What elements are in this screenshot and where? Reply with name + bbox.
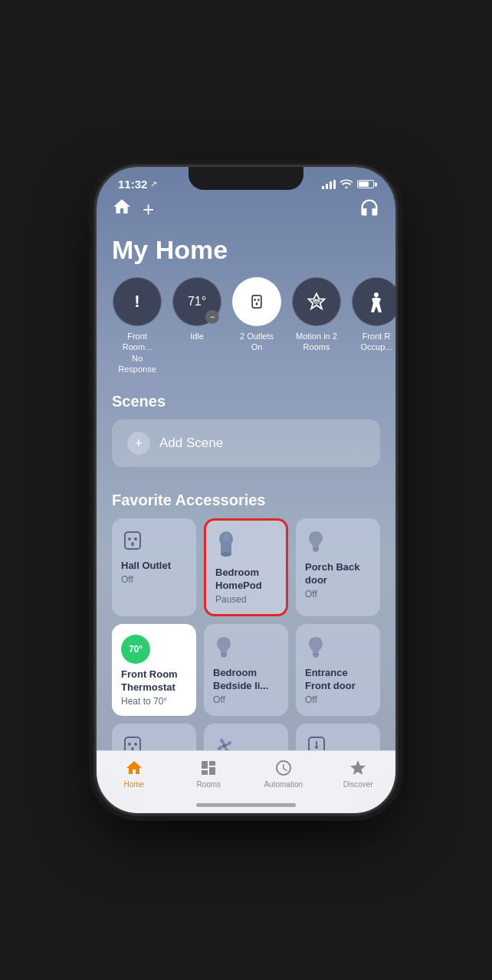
accessory-bedroom-bedside[interactable]: Bedroom Bedside li... Off [204,624,288,716]
signal-bars [322,180,336,189]
voice-icon[interactable] [359,197,380,223]
porch-backdoor-name: Porch Back door [305,561,371,587]
status-icons [322,178,374,191]
thermostat-status: Heat to 70° [121,696,187,707]
temp-badge: 70° [121,635,150,664]
tab-home-icon [125,759,143,777]
hall-outlet-name: Hall Outlet [121,560,187,573]
device-label-occupancy: Front ROccup... [361,331,392,353]
device-circle-no-response: ! [113,277,162,326]
tab-automation-icon [274,759,293,777]
device-item-occupancy[interactable]: Front ROccup... [351,277,395,374]
hall-outlet-status: Off [121,574,187,585]
bedside-name: Bedroom Bedside li... [213,667,279,693]
tab-home-label: Home [123,780,144,789]
add-scene-label: Add Scene [159,436,223,451]
svg-point-25 [222,743,227,748]
svg-point-13 [221,552,231,557]
device-item-no-response[interactable]: ! Front Room...No Response [112,277,162,374]
porch-bulb-icon [305,529,371,557]
home-indicator [196,803,296,807]
svg-rect-15 [313,548,319,550]
wifi-icon [340,178,353,191]
accessory-hall-outlet[interactable]: Hall Outlet Off [112,518,196,616]
device-item-outlets[interactable]: 2 OutletsOn [231,277,282,374]
svg-rect-16 [313,550,318,552]
device-label-thermostat: Idle [190,331,204,341]
svg-rect-10 [132,542,134,546]
device-item-motion[interactable]: Motion in 2Rooms [291,277,342,374]
tab-rooms[interactable]: Rooms [185,759,231,789]
location-icon: ↗ [150,179,157,189]
device-item-thermostat[interactable]: 71° − Idle [172,277,222,374]
signal-bar-2 [326,184,328,189]
tab-discover[interactable]: Discover [335,759,381,789]
entrance-frontdoor-status: Off [305,694,371,705]
tab-home[interactable]: Home [111,759,157,789]
homepod-icon [215,531,277,562]
tab-rooms-icon [199,759,218,777]
svg-point-2 [257,299,260,301]
svg-rect-7 [125,532,140,549]
accessory-front-thermostat[interactable]: 70° Front Room Thermostat Heat to 70° [112,624,196,716]
svg-rect-17 [221,654,227,656]
device-circle-motion [292,277,341,326]
device-circle-occupancy [352,277,395,326]
homepod-status: Paused [215,594,277,605]
exclamation-icon: ! [134,292,139,312]
notch [189,167,303,190]
screen: 11:32 ↗ [97,167,395,813]
scenes-title: Scenes [112,393,380,410]
device-circle-outlets [232,277,281,326]
svg-rect-20 [313,655,318,657]
status-time: 11:32 [118,178,147,191]
accessories-title: Favorite Accessories [112,492,380,509]
home-icon[interactable] [112,197,132,221]
entrance-bulb-icon [305,635,371,662]
entrance-frontdoor-name: Entrance Front door [305,667,371,693]
accessory-porch-backdoor[interactable]: Porch Back door Off [296,518,380,616]
signal-bar-1 [322,186,324,189]
tab-discover-icon [349,759,367,777]
accessory-bedroom-homepod[interactable]: Bedroom HomePod Paused [204,518,288,616]
bedside-status: Off [213,694,279,705]
add-scene-button[interactable]: + Add Scene [112,420,380,467]
bedside-bulb-icon [213,635,279,662]
device-label-motion: Motion in 2Rooms [296,331,337,353]
header: + [112,197,380,223]
signal-bar-3 [330,181,332,189]
device-label-outlets: 2 OutletsOn [240,331,274,353]
thermostat-name: Front Room Thermostat [121,668,187,694]
temp-display: 71° [188,295,206,309]
svg-point-14 [223,534,229,541]
tab-automation[interactable]: Automation [261,759,307,789]
svg-point-6 [374,292,379,297]
homepod-name: Bedroom HomePod [215,567,277,593]
device-label-no-response: Front Room...No Response [112,331,162,374]
device-status-row: ! Front Room...No Response 71° − Idle [112,277,380,374]
tab-rooms-label: Rooms [196,780,221,789]
accessory-entrance-frontdoor[interactable]: Entrance Front door Off [296,624,380,716]
header-left: + [112,197,154,221]
svg-point-8 [128,537,131,541]
add-icon[interactable]: + [143,199,154,219]
badge-minus: − [205,310,219,324]
svg-rect-3 [256,302,257,305]
signal-bar-4 [333,180,336,189]
battery-icon [357,180,374,188]
svg-rect-0 [252,296,261,308]
svg-rect-28 [316,741,317,746]
outlet-icon [121,529,187,555]
porch-backdoor-status: Off [305,589,371,599]
svg-point-22 [128,743,131,746]
tab-discover-label: Discover [343,780,373,789]
main-content: + My Home ! Front Room...No Response [97,197,395,766]
tab-automation-label: Automation [264,780,303,789]
svg-point-1 [254,299,256,301]
svg-point-23 [134,743,137,746]
device-circle-thermostat: 71° − [172,277,221,326]
svg-point-27 [315,746,318,749]
add-scene-circle-icon: + [127,432,150,455]
page-title: My Home [112,235,380,265]
svg-rect-18 [221,655,226,657]
